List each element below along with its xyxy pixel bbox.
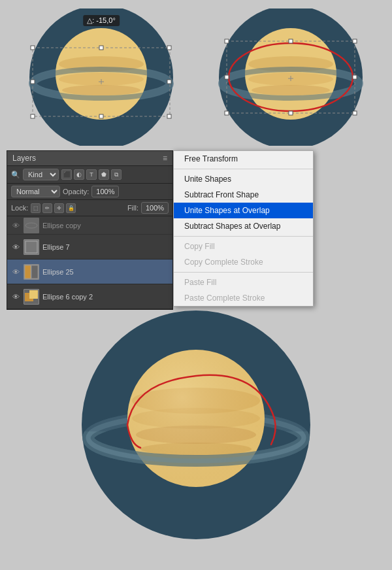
pixel-filter-icon[interactable]: ⬛	[61, 169, 72, 180]
lock-transparent-btn[interactable]: ⬚	[31, 203, 41, 213]
layer-name: Ellipse 7	[42, 243, 169, 251]
lock-label: Lock:	[11, 204, 28, 212]
layer-filter-icons: ⬛ ◐ T ⬟ ⧉	[61, 169, 122, 180]
layers-blend-row: Normal Opacity:	[7, 184, 172, 200]
layers-panel: Layers ≡ 🔍 Kind ⬛ ◐ T ⬟ ⧉ Normal Opacity…	[7, 150, 173, 310]
ctx-separator-2	[174, 236, 313, 237]
bottom-row	[0, 294, 392, 556]
svg-rect-30	[225, 75, 229, 79]
shape-filter-icon[interactable]: ⬟	[99, 169, 109, 180]
layer-thumbnail	[24, 264, 39, 280]
svg-rect-40	[31, 265, 38, 278]
layer-list: 👁 Ellipse copy 👁 Ellipse 7 👁	[7, 216, 172, 309]
visibility-icon[interactable]: 👁	[11, 292, 20, 301]
layer-item[interactable]: 👁 Ellipse 7	[7, 235, 172, 260]
ctx-subtract-front[interactable]: Subtract Front Shape	[174, 187, 313, 203]
svg-rect-14	[99, 114, 103, 118]
svg-point-37	[25, 223, 37, 228]
svg-point-5	[62, 85, 140, 95]
saturn-left-svg	[16, 8, 186, 146]
ctx-paste-fill: Paste Fill	[174, 275, 313, 290]
svg-rect-31	[353, 75, 357, 79]
layers-title: Layers	[12, 154, 36, 163]
opacity-input[interactable]	[91, 186, 119, 197]
visibility-icon[interactable]: 👁	[11, 243, 20, 252]
lock-icons: ⬚ ✏ ✛ 🔒	[31, 203, 76, 213]
svg-rect-34	[353, 111, 357, 115]
lock-pixels-btn[interactable]: ✏	[42, 203, 52, 213]
ctx-copy-stroke: Copy Complete Stroke	[174, 254, 313, 270]
top-row: △: -15,0°	[0, 0, 392, 150]
layers-toolbar: 🔍 Kind ⬛ ◐ T ⬟ ⧉	[7, 166, 172, 184]
visibility-icon[interactable]: 👁	[11, 221, 20, 230]
layer-name: Ellipse copy	[42, 222, 169, 229]
opacity-label: Opacity:	[63, 188, 89, 195]
fill-input[interactable]	[141, 202, 169, 214]
smart-filter-icon[interactable]: ⧉	[111, 169, 122, 180]
saturn-canvas-left: △: -15,0°	[16, 8, 186, 146]
svg-point-23	[252, 85, 330, 95]
svg-rect-39	[25, 265, 31, 278]
type-filter-icon[interactable]: T	[86, 169, 97, 180]
layer-item[interactable]: 👁 Ellipse 25	[7, 260, 172, 284]
svg-rect-10	[167, 46, 171, 50]
ctx-free-transform[interactable]: Free Transform	[174, 151, 313, 167]
ctx-unite-shapes[interactable]: Unite Shapes	[174, 171, 313, 187]
blend-mode-select[interactable]: Normal	[11, 186, 60, 197]
svg-rect-13	[31, 114, 35, 118]
search-icon: 🔍	[11, 171, 20, 179]
visibility-icon[interactable]: 👁	[11, 267, 20, 277]
middle-row: Layers ≡ 🔍 Kind ⬛ ◐ T ⬟ ⧉ Normal Opacity…	[0, 150, 392, 294]
layer-thumbnail	[24, 239, 39, 255]
angle-label: △: -15,0°	[83, 15, 120, 26]
ctx-subtract-overlap[interactable]: Subtract Shapes at Overlap	[174, 218, 313, 234]
svg-rect-42	[29, 290, 38, 299]
svg-rect-33	[289, 111, 293, 115]
layer-item[interactable]: 👁 Ellipse copy	[7, 216, 172, 235]
svg-rect-27	[225, 39, 229, 43]
ctx-copy-fill: Copy Fill	[174, 239, 313, 254]
svg-rect-8	[31, 46, 35, 50]
lock-position-btn[interactable]: ✛	[54, 203, 64, 213]
svg-rect-11	[31, 80, 35, 84]
saturn-large	[75, 304, 317, 546]
ctx-unite-overlap[interactable]: Unite Shapes at Overlap	[174, 203, 313, 218]
layers-title-bar: Layers ≡	[7, 151, 172, 166]
saturn-bottom-svg	[75, 304, 317, 546]
layer-name: Ellipse 6 copy 2	[42, 293, 169, 301]
saturn-right-svg	[206, 8, 376, 146]
adjustment-filter-icon[interactable]: ◐	[74, 169, 84, 180]
context-menu: Free Transform Unite Shapes Subtract Fro…	[173, 150, 314, 307]
layer-name: Ellipse 25	[42, 268, 169, 276]
svg-rect-9	[99, 46, 103, 50]
layers-menu-icon[interactable]: ≡	[163, 154, 167, 163]
ctx-separator-3	[174, 272, 313, 273]
svg-rect-29	[353, 39, 357, 43]
ctx-separator-1	[174, 169, 313, 169]
layer-thumbnail	[24, 289, 39, 305]
layer-thumbnail	[24, 218, 39, 233]
fill-label: Fill:	[127, 204, 139, 212]
svg-rect-12	[167, 80, 171, 84]
svg-rect-28	[289, 39, 293, 43]
lock-all-btn[interactable]: 🔒	[66, 203, 76, 213]
saturn-canvas-right	[206, 8, 376, 146]
layers-lock-row: Lock: ⬚ ✏ ✛ 🔒 Fill:	[7, 200, 172, 216]
svg-rect-38	[25, 241, 37, 253]
svg-rect-32	[225, 111, 229, 115]
svg-rect-15	[167, 114, 171, 118]
kind-select[interactable]: Kind	[23, 169, 59, 180]
